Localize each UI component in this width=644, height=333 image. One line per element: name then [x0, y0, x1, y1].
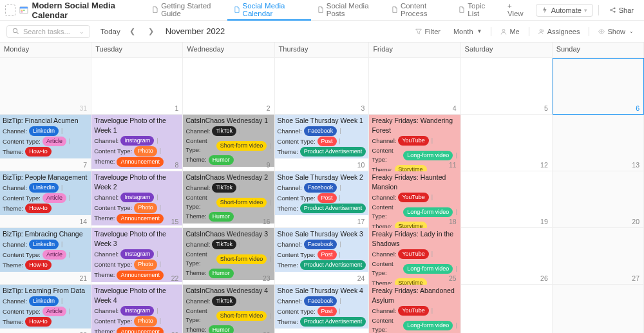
- day-header: Friday: [369, 43, 460, 58]
- calendar-event[interactable]: Travelouge Photo of the Week 2Channel:In…: [91, 171, 182, 225]
- assignees-button[interactable]: Assignees: [535, 26, 584, 37]
- calendar-cell[interactable]: [461, 285, 553, 333]
- field-label: Theme:: [94, 214, 115, 223]
- view-mode-button[interactable]: Month▼: [450, 26, 486, 37]
- prev-month-button[interactable]: ❮: [126, 27, 139, 35]
- calendar-event[interactable]: BizTip: Financial AcumenChannel:LinkedIn…: [0, 115, 91, 158]
- date-number: 22: [171, 274, 179, 282]
- calendar-event[interactable]: CatsInChaos Wednesday 4Channel:TikTok|Co…: [183, 285, 274, 333]
- calendar-cell[interactable]: Shoe Sale Thursday Week 3Channel:Faceboo…: [275, 228, 370, 285]
- calendar-event[interactable]: Freaky Fridays: Wandering ForestChannel:…: [369, 115, 460, 176]
- calendar-event[interactable]: Freaky Fridays: Lady in the ShadowsChann…: [369, 228, 460, 290]
- calendar-cell[interactable]: Freaky Fridays: Haunted MansionChannel:Y…: [369, 171, 460, 228]
- event-title: Shoe Sale Thursday Week 2: [278, 173, 366, 182]
- calendar-cell[interactable]: 19: [461, 171, 553, 228]
- tab-content-process[interactable]: Content Process: [385, 0, 453, 21]
- calendar-event[interactable]: CatsInChaos Wednesday 1Channel:TikTok|Co…: [183, 115, 274, 167]
- me-filter-button[interactable]: Me: [497, 26, 523, 37]
- share-icon: [609, 6, 616, 14]
- calendar-cell[interactable]: BizTip: People ManagementChannel:LinkedI…: [0, 171, 91, 228]
- calendar-cell[interactable]: [553, 285, 644, 333]
- calendar-cell[interactable]: 26: [461, 228, 553, 285]
- date-number: 4: [453, 104, 457, 112]
- field-label: Content Type:: [372, 146, 401, 164]
- calendar-cell[interactable]: BizTip: Learning From DataChannel:Linked…: [0, 285, 91, 333]
- share-button[interactable]: Shar: [604, 5, 639, 16]
- calendar-event[interactable]: Travelogue Photo of the Week 3Channel:In…: [91, 228, 182, 282]
- calendar-event[interactable]: CatsInChaos Wednesday 2Channel:TikTok|Co…: [183, 171, 274, 224]
- automate-button[interactable]: Automate▾: [536, 4, 593, 17]
- tab-getting-started-guide[interactable]: Getting Started Guide: [146, 0, 227, 21]
- calendar-cell[interactable]: CatsInChaos Wednesday 4Channel:TikTok|Co…: [183, 285, 274, 333]
- calendar-cell[interactable]: Travelogue Photo of the Week 1Channel:In…: [91, 115, 183, 171]
- calendar-cell[interactable]: CatsInChaos Wednesday 3Channel:TikTok|Co…: [183, 228, 274, 285]
- today-button[interactable]: Today: [100, 28, 120, 35]
- calendar-cell[interactable]: Shoe Sale Thursday Week 4Channel:Faceboo…: [275, 285, 370, 333]
- calendar-cell[interactable]: 1: [91, 58, 183, 115]
- event-title: Travelouge Photo of the Week 2: [94, 173, 180, 192]
- calendar-event[interactable]: Freaky Fridays: Haunted MansionChannel:Y…: [369, 171, 460, 233]
- next-month-button[interactable]: ❯: [144, 27, 158, 35]
- calendar-event[interactable]: BizTip: Embracing ChangeChannel:LinkedIn…: [0, 228, 91, 272]
- calendar-cell[interactable]: 4: [369, 58, 460, 115]
- svg-point-11: [542, 30, 544, 32]
- calendar-event[interactable]: Shoe Sale Thursday Week 2Channel:Faceboo…: [275, 171, 369, 215]
- calendar-cell[interactable]: 27: [553, 228, 644, 285]
- calendar-cell[interactable]: 3: [275, 58, 370, 115]
- content-type-pill: Photo: [134, 260, 157, 269]
- svg-rect-1: [20, 6, 28, 8]
- calendar-event[interactable]: Shoe Sale Thursday Week 3Channel:Faceboo…: [275, 228, 369, 272]
- search-input[interactable]: Search tasks... ⌄: [6, 25, 90, 38]
- show-button[interactable]: Show⌄: [594, 26, 638, 37]
- calendar-cell[interactable]: BizTip: Financial AcumenChannel:LinkedIn…: [0, 115, 91, 171]
- calendar-cell[interactable]: Freaky Fridays: Abandoned AsylumChannel:…: [369, 285, 460, 333]
- calendar-event[interactable]: Travelogue Photo of the Week 4Channel:In…: [91, 285, 182, 333]
- calendar-cell[interactable]: 5: [461, 58, 553, 115]
- svg-rect-2: [21, 10, 23, 11]
- calendar-cell[interactable]: Freaky Fridays: Wandering ForestChannel:…: [369, 115, 460, 171]
- calendar-cell[interactable]: 31: [0, 58, 91, 115]
- calendar-cell[interactable]: 12: [461, 115, 553, 171]
- calendar-event[interactable]: CatsInChaos Wednesday 3Channel:TikTok|Co…: [183, 228, 274, 280]
- calendar-cell[interactable]: BizTip: Embracing ChangeChannel:LinkedIn…: [0, 228, 91, 285]
- field-label: Theme:: [3, 261, 23, 270]
- calendar-cell[interactable]: 13: [553, 115, 644, 171]
- calendar-cell[interactable]: Shoe Sale Thursday Week 2Channel:Faceboo…: [275, 171, 370, 228]
- calendar-event[interactable]: Shoe Sale Thursday Week 1Channel:Faceboo…: [275, 115, 369, 158]
- calendar-cell[interactable]: 2: [183, 58, 274, 115]
- date-number: 5: [544, 104, 548, 112]
- doc-icon: [459, 6, 465, 14]
- add-view-button[interactable]: + View: [501, 0, 533, 21]
- calendar-cell[interactable]: CatsInChaos Wednesday 1Channel:TikTok|Co…: [183, 115, 274, 171]
- tab-social-media-calendar[interactable]: Social Media Calendar: [227, 0, 311, 21]
- calendar-cell[interactable]: Travelouge Photo of the Week 2Channel:In…: [91, 171, 183, 228]
- calendar-event[interactable]: BizTip: Learning From DataChannel:Linked…: [0, 285, 91, 328]
- calendar-cell[interactable]: 6: [553, 58, 644, 115]
- field-label: Theme:: [94, 271, 115, 280]
- filter-button[interactable]: Filter: [412, 26, 444, 37]
- calendar-cell[interactable]: Freaky Fridays: Lady in the ShadowsChann…: [369, 228, 460, 285]
- calendar-cell[interactable]: 20: [553, 171, 644, 228]
- event-title: Freaky Fridays: Lady in the Shadows: [372, 229, 457, 249]
- calendar-event[interactable]: Travelogue Photo of the Week 1Channel:In…: [91, 115, 182, 169]
- theme-pill: Announcement: [117, 271, 164, 280]
- calendar-event[interactable]: Shoe Sale Thursday Week 4Channel:Faceboo…: [275, 285, 369, 328]
- content-type-pill: Photo: [134, 203, 157, 213]
- calendar-cell[interactable]: CatsInChaos Wednesday 2Channel:TikTok|Co…: [183, 171, 274, 228]
- field-label: Content Type:: [94, 317, 132, 326]
- content-type-pill: Short-form video: [216, 141, 267, 151]
- content-type-pill: Long-form video: [403, 264, 453, 274]
- calendar-cell[interactable]: Shoe Sale Thursday Week 1Channel:Faceboo…: [275, 115, 370, 171]
- date-number: 23: [263, 274, 270, 282]
- calendar-event[interactable]: Freaky Fridays: Abandoned AsylumChannel:…: [369, 285, 460, 333]
- calendar-event[interactable]: BizTip: People ManagementChannel:LinkedI…: [0, 171, 91, 215]
- date-number: 13: [632, 161, 639, 169]
- tab-topic-list[interactable]: Topic List: [452, 0, 499, 21]
- field-label: Content Type:: [94, 204, 132, 213]
- app-logo-icon[interactable]: [5, 5, 15, 16]
- tab-social-media-posts[interactable]: Social Media Posts: [311, 0, 385, 21]
- svg-point-8: [13, 28, 17, 32]
- event-title: BizTip: Learning From Data: [3, 286, 88, 296]
- calendar-cell[interactable]: Travelogue Photo of the Week 4Channel:In…: [91, 285, 183, 333]
- calendar-cell[interactable]: Travelogue Photo of the Week 3Channel:In…: [91, 228, 183, 285]
